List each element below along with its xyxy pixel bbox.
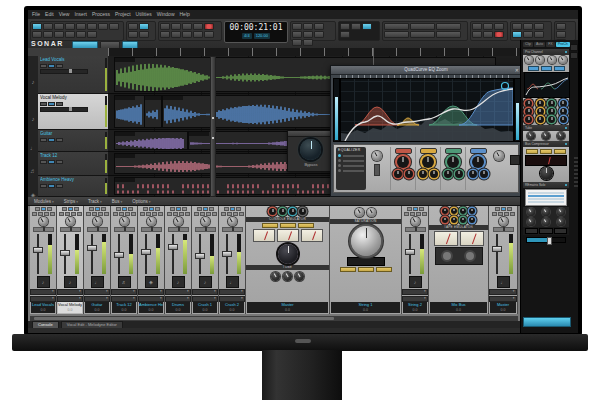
reverb-knob[interactable] [557, 208, 565, 216]
pan-knob[interactable] [39, 217, 48, 226]
strip-button[interactable] [146, 212, 151, 216]
options-button[interactable] [570, 52, 578, 59]
eq-mini-knob[interactable] [560, 116, 567, 123]
input-select[interactable] [402, 289, 427, 295]
pro-knob[interactable] [279, 208, 286, 215]
strip-button[interactable] [32, 212, 37, 216]
track-mute-solo-button[interactable] [40, 64, 47, 68]
toolbar-button[interactable] [472, 31, 482, 38]
comp-big-knob[interactable] [540, 167, 553, 180]
tube-mini-knob[interactable] [527, 132, 535, 140]
track-mute-solo-button[interactable] [48, 184, 55, 188]
inspector-tab-clip[interactable]: Clip [523, 42, 533, 47]
eq-gloss-switch[interactable] [374, 164, 380, 176]
scrollbar-thumb[interactable] [34, 317, 334, 320]
tube-knob[interactable] [283, 272, 292, 281]
toolbar-button[interactable] [483, 31, 493, 38]
toolbar-button[interactable] [340, 23, 350, 30]
input-select[interactable] [219, 289, 244, 295]
audio-clip[interactable] [114, 131, 188, 150]
tape-knob[interactable] [451, 208, 457, 214]
strip-button[interactable] [498, 212, 503, 216]
reverb-knob[interactable] [542, 208, 550, 216]
track-header-2[interactable]: Vocal Melody [38, 94, 108, 130]
pro-knob[interactable] [299, 208, 306, 215]
strip-button[interactable] [209, 207, 214, 211]
pan-knob[interactable] [120, 217, 129, 226]
pro-knob[interactable] [289, 208, 296, 215]
tape-header[interactable]: TAPE EMULATOR [429, 225, 488, 230]
toolbar-button[interactable] [436, 23, 461, 30]
toolbar-button[interactable] [193, 23, 203, 30]
strip-button[interactable] [89, 207, 94, 211]
strip-name-cell[interactable]: Guitar0.0 [85, 302, 109, 313]
eq-band-freq-q-knob[interactable] [430, 170, 438, 178]
eq-band-enable-button[interactable] [445, 148, 462, 154]
strip-button[interactable] [98, 212, 103, 216]
strip-button[interactable] [173, 212, 178, 216]
saturation-header[interactable]: SATURATION [330, 219, 401, 224]
toolbar-button[interactable] [98, 23, 108, 30]
strip-button[interactable] [152, 212, 157, 216]
eq-mini-knob[interactable] [537, 100, 544, 107]
fader-cap[interactable] [60, 250, 70, 256]
fader-cap[interactable] [222, 251, 232, 257]
strip-button[interactable] [236, 207, 241, 211]
pan-slider[interactable] [33, 227, 54, 232]
toolbar-button[interactable] [384, 31, 409, 38]
toolbar-button[interactable] [54, 23, 64, 30]
eq-band-freq-q-knob[interactable] [394, 170, 402, 178]
tape-knob[interactable] [460, 208, 466, 214]
strip-button[interactable] [38, 212, 43, 216]
toolbar-button[interactable] [76, 31, 86, 38]
sat-small-knob[interactable] [367, 208, 376, 217]
fader-cap[interactable] [87, 245, 97, 251]
channel-fader[interactable] [489, 233, 517, 275]
input-select[interactable] [84, 289, 109, 295]
fader-cap[interactable] [195, 253, 205, 259]
strip-button[interactable] [128, 207, 133, 211]
audio-clip[interactable] [114, 95, 146, 128]
pan-knob[interactable] [499, 217, 508, 226]
menu-help[interactable]: Help [180, 11, 190, 18]
track-mute-solo-button[interactable] [56, 138, 63, 142]
mixer-strip-3[interactable]: ♩Guitar0.0 [84, 206, 111, 314]
fader-cap[interactable] [492, 246, 502, 252]
channel-fader[interactable] [219, 233, 245, 275]
eq-mode-option[interactable] [338, 159, 364, 162]
toolbar-button[interactable] [410, 31, 435, 38]
strip-button[interactable] [140, 212, 145, 216]
eq-mini-knob[interactable] [525, 100, 532, 107]
toolbar-button[interactable] [472, 23, 482, 30]
console-menu-strips[interactable]: Strips [64, 197, 78, 205]
strip-button[interactable] [221, 212, 226, 216]
toolbar-button[interactable] [87, 23, 97, 30]
eq-close-icon[interactable]: ✕ [515, 67, 519, 73]
toolbar-button[interactable] [410, 23, 435, 30]
toolbar-button[interactable] [43, 31, 53, 38]
strip-button[interactable] [170, 207, 175, 211]
channel-fader[interactable] [84, 233, 110, 275]
strip-button[interactable] [86, 212, 91, 216]
eq-band-freq-q-knob[interactable] [444, 170, 452, 178]
strip-button[interactable] [167, 212, 172, 216]
reverb-display[interactable] [525, 189, 567, 206]
toolbar-button[interactable] [534, 23, 544, 30]
toolbar-button[interactable] [65, 23, 75, 30]
blue-button[interactable] [528, 66, 539, 71]
prochannel-knob[interactable] [548, 56, 556, 64]
reverb-header[interactable]: REmatrix Solo [523, 182, 569, 188]
pan-knob[interactable] [147, 217, 156, 226]
eq-gloss-knob[interactable] [372, 151, 382, 161]
sat-small-knob[interactable] [355, 208, 364, 217]
pan-slider[interactable] [87, 227, 108, 232]
track-mute-solo-button[interactable] [40, 184, 47, 188]
menu-window[interactable]: Window [157, 11, 175, 18]
toolbar-button[interactable] [160, 23, 170, 30]
strip-button[interactable] [113, 212, 118, 216]
toolbar-button[interactable] [351, 23, 361, 30]
strip-button[interactable] [407, 207, 412, 211]
strip-name-cell[interactable]: Vocal Melody0.0 [58, 302, 82, 313]
track-header-1[interactable]: Lead Vocals [38, 56, 108, 94]
console-menu-options[interactable]: Options [132, 197, 150, 205]
